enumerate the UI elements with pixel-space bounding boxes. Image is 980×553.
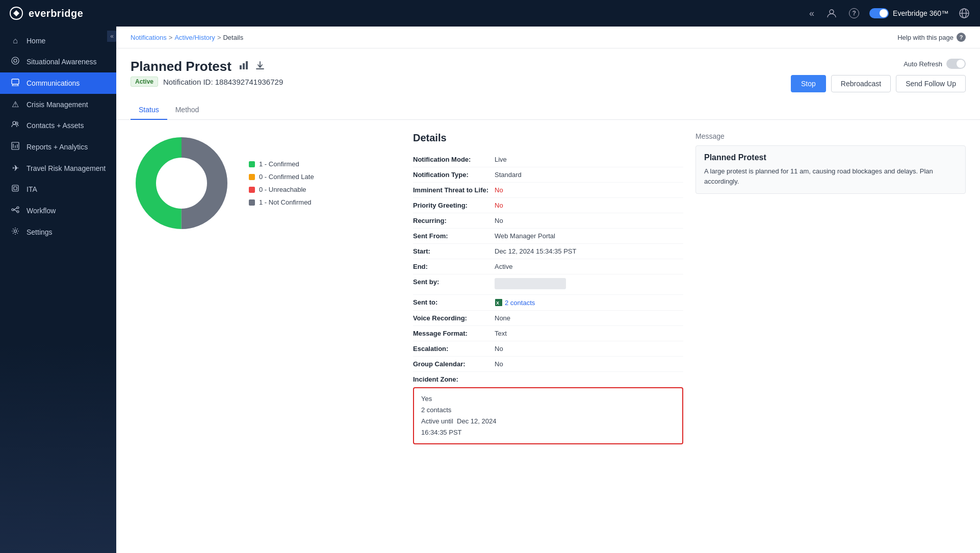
svg-point-15 (12, 209, 14, 211)
detail-label-notification-mode: Notification Mode: (413, 156, 495, 163)
svg-point-4 (12, 57, 19, 64)
sidebar-nav: ⌂ Home Situational Awareness Communicati… (0, 27, 116, 553)
top-nav-left: everbridge (8, 6, 83, 20)
svg-point-5 (14, 59, 17, 62)
page-title-icons (238, 59, 266, 74)
detail-row-start: Start: Dec 12, 2024 15:34:35 PST (413, 244, 683, 259)
contacts-link[interactable]: X 2 contacts (495, 298, 683, 307)
detail-value-sent-by (495, 278, 683, 291)
detail-label-recurring: Recurring: (413, 217, 495, 224)
detail-value-voice-recording: None (495, 314, 683, 322)
sent-by-redacted (495, 278, 566, 289)
detail-row-incident-zone: Incident Zone: Yes 2 contacts Active unt… (413, 372, 683, 448)
details-table: Notification Mode: Live Notification Typ… (413, 152, 683, 448)
send-follow-up-button[interactable]: Send Follow Up (896, 75, 966, 92)
legend-item-unreachable: 0 - Unreachable (249, 186, 314, 193)
detail-row-recurring: Recurring: No (413, 213, 683, 229)
detail-row-end: End: Active (413, 259, 683, 274)
notification-id: Notification ID: 1884392741936729 (163, 78, 283, 86)
help-icon[interactable]: ? (847, 6, 861, 20)
sidebar-item-workflow[interactable]: Workflow (0, 200, 116, 221)
chart-icon-button[interactable] (238, 59, 250, 74)
sidebar-item-label-communications: Communications (27, 79, 80, 87)
svg-rect-14 (14, 187, 17, 190)
svg-line-19 (14, 210, 17, 211)
rebroadcast-button[interactable]: Rebroadcast (831, 75, 891, 92)
sidebar-item-travel-risk[interactable]: ✈ Travel Risk Management (0, 158, 116, 179)
chart-wrap: 1 - Confirmed 0 - Confirmed Late 0 - Unr… (131, 132, 314, 234)
incident-zone-box: Yes 2 contacts Active until Dec 12, 2024… (413, 387, 683, 444)
logo[interactable]: everbridge (8, 6, 83, 20)
detail-label-start: Start: (413, 247, 495, 255)
breadcrumb: Notifications > Active/History > Details (131, 34, 243, 41)
breadcrumb-bar: Notifications > Active/History > Details… (116, 27, 980, 48)
sidebar-item-communications[interactable]: Communications (0, 72, 116, 94)
sidebar-item-situational-awareness[interactable]: Situational Awareness (0, 51, 116, 72)
main-content: Notifications > Active/History > Details… (116, 27, 980, 553)
page-header: Planned Protest (131, 59, 283, 87)
sidebar-item-contacts-assets[interactable]: Contacts + Assets (0, 115, 116, 136)
sidebar-collapse-button[interactable]: « (107, 31, 116, 42)
sidebar-item-label-workflow: Workflow (27, 207, 56, 215)
tab-method[interactable]: Method (167, 100, 208, 120)
toggle-switch[interactable] (869, 8, 889, 18)
page-title: Planned Protest (131, 59, 231, 74)
notification-id-label: Notification ID: (163, 78, 213, 86)
sidebar-item-ita[interactable]: ITA (0, 179, 116, 200)
travel-icon: ✈ (10, 163, 20, 173)
detail-label-notification-type: Notification Type: (413, 171, 495, 179)
detail-value-sent-from: Web Manager Portal (495, 232, 683, 240)
legend-item-confirmed: 1 - Confirmed (249, 160, 314, 168)
sidebar-item-label-reports: Reports + Analytics (27, 143, 88, 151)
detail-row-sent-by: Sent by: (413, 274, 683, 295)
detail-value-group-calendar: No (495, 360, 683, 368)
legend-label-confirmed: 1 - Confirmed (259, 160, 299, 168)
globe-icon[interactable] (957, 6, 972, 21)
detail-row-sent-to: Sent to: X 2 contacts (413, 295, 683, 311)
svg-rect-23 (246, 61, 248, 69)
svg-point-0 (830, 10, 834, 14)
contacts-count-label: 2 contacts (505, 299, 535, 307)
toggle-knob (957, 60, 965, 68)
chart-section: 1 - Confirmed 0 - Confirmed Late 0 - Unr… (131, 132, 401, 234)
content-grid: 1 - Confirmed 0 - Confirmed Late 0 - Unr… (116, 120, 980, 553)
stop-button[interactable]: Stop (791, 75, 826, 92)
incident-zone-time: 16:34:35 PST (421, 427, 675, 438)
svg-rect-22 (243, 63, 245, 69)
home-icon: ⌂ (10, 36, 20, 45)
breadcrumb-active-history[interactable]: Active/History (174, 34, 215, 41)
legend-item-confirmed-late: 0 - Confirmed Late (249, 173, 314, 181)
breadcrumb-sep-1: > (169, 34, 173, 41)
action-buttons: Stop Rebroadcast Send Follow Up (791, 75, 966, 92)
svg-point-20 (14, 230, 17, 233)
auto-refresh-toggle[interactable] (946, 59, 966, 69)
help-link[interactable]: Help with this page ? (897, 33, 966, 42)
detail-label-imminent-threat: Imminent Threat to Life: (413, 186, 495, 194)
svg-rect-13 (12, 185, 18, 191)
situational-awareness-icon (10, 57, 20, 67)
sidebar-item-home[interactable]: ⌂ Home (0, 31, 116, 51)
back-button[interactable]: « (807, 6, 816, 21)
detail-value-escalation: No (495, 345, 683, 353)
download-icon-button[interactable] (254, 59, 266, 74)
everbridge360-toggle[interactable]: Everbridge 360™ (869, 8, 948, 18)
incident-zone-yes: Yes (421, 393, 675, 405)
workflow-icon (10, 206, 20, 216)
detail-value-start: Dec 12, 2024 15:34:35 PST (495, 247, 683, 255)
help-circle-icon: ? (957, 33, 966, 42)
tab-status[interactable]: Status (131, 100, 167, 120)
top-nav: everbridge « ? Everbridge 360™ (0, 0, 980, 27)
app-body: « ⌂ Home Situational Awareness Communica… (0, 27, 980, 553)
sidebar-item-crisis-management[interactable]: ⚠ Crisis Management (0, 94, 116, 115)
breadcrumb-notifications[interactable]: Notifications (131, 34, 167, 41)
legend: 1 - Confirmed 0 - Confirmed Late 0 - Unr… (249, 160, 314, 206)
sidebar-item-settings[interactable]: Settings (0, 221, 116, 243)
toggle-knob (880, 9, 888, 17)
legend-label-confirmed-late: 0 - Confirmed Late (259, 173, 314, 181)
svg-rect-6 (12, 79, 19, 84)
svg-rect-21 (240, 65, 242, 69)
auto-refresh-label: Auto Refresh (904, 60, 942, 68)
detail-label-group-calendar: Group Calendar: (413, 360, 495, 368)
sidebar-item-reports-analytics[interactable]: Reports + Analytics (0, 136, 116, 158)
user-icon[interactable] (824, 6, 839, 20)
